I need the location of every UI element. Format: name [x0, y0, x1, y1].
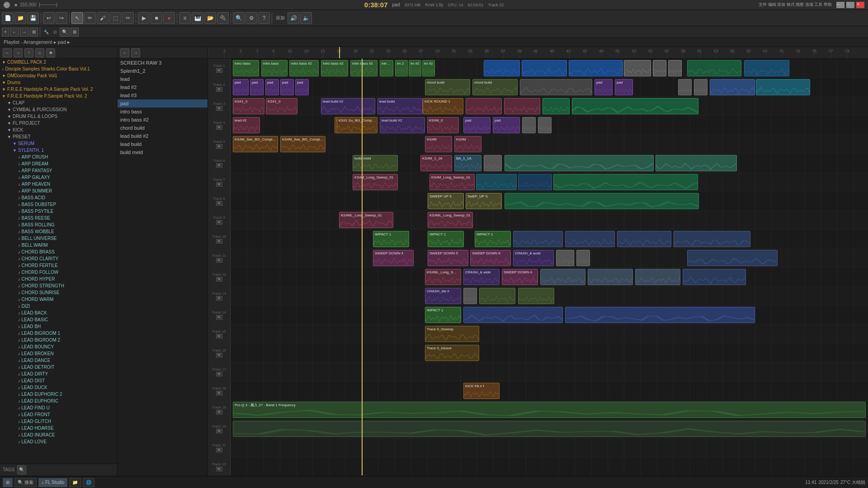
browser-item[interactable]: ♪CHORD STRENGTH: [0, 282, 117, 289]
clip-track-15-1[interactable]: Trace 0_0sweep: [425, 326, 479, 342]
track-name-item[interactable]: lead build #2: [118, 132, 208, 140]
browser-item[interactable]: ♪ARP GALAXY: [0, 174, 117, 181]
clip-track-7-2[interactable]: [476, 174, 517, 190]
help-button[interactable]: ?: [258, 12, 270, 24]
clip-track-3-6[interactable]: [504, 98, 540, 114]
clip-track-10-6[interactable]: [674, 231, 750, 247]
browser-item[interactable]: ♪BASS WOBBLE: [0, 228, 117, 235]
track-name-item[interactable]: SCREECH RAW 3: [118, 59, 208, 67]
browser-item[interactable]: ♪CHORD FOLLOW: [0, 269, 117, 276]
browser-item[interactable]: ♪ARP SUMMER: [0, 188, 117, 194]
clip-track-1-15[interactable]: [687, 60, 741, 76]
clip-track-3-3[interactable]: lead build: [377, 98, 423, 114]
clip-track-3-2[interactable]: lead build #2: [321, 98, 375, 114]
new-button[interactable]: 📄: [2, 12, 14, 24]
browser-item[interactable]: ♪Disciple Samples Sharks Color Bass Vol.…: [0, 66, 117, 72]
redo-button[interactable]: ↪: [56, 12, 67, 24]
clip-track-4-8[interactable]: [538, 117, 552, 133]
open-button[interactable]: 📁: [14, 12, 26, 24]
cursor-tool[interactable]: ↖: [71, 12, 83, 24]
clip-track-18-0[interactable]: KICK FA # f: [463, 383, 500, 399]
clip-track-12-3[interactable]: [540, 269, 585, 285]
browser-item[interactable]: ♪LEAD EUPHORIC: [0, 398, 117, 404]
mute-button-22[interactable]: M: [216, 467, 222, 471]
clip-track-10-1[interactable]: IMPACT 1: [428, 231, 464, 247]
zoom-button[interactable]: 🔍: [60, 28, 70, 37]
clip-track-2-8[interactable]: pad: [594, 79, 613, 95]
clip-track-1-5[interactable]: intro bass #2: [380, 60, 393, 76]
mute-button-1[interactable]: M: [216, 68, 222, 73]
track-name-item[interactable]: build meld: [118, 148, 208, 156]
clip-track-12-1[interactable]: CRASH_& wide: [463, 269, 500, 285]
clip-track-6-3[interactable]: [484, 155, 502, 171]
window-close[interactable]: ✕: [856, 2, 864, 8]
track-name-item[interactable]: pad: [118, 99, 208, 108]
mute-button-12[interactable]: M: [216, 277, 222, 282]
clip-track-3-0[interactable]: KS#1_0: [233, 98, 264, 114]
browser-home[interactable]: ⌂: [35, 48, 44, 57]
clip-track-1-1[interactable]: intro bass: [261, 60, 288, 76]
browser-content[interactable]: ▼COWBELL PACK 2♪Disciple Samples Sharks …: [0, 59, 117, 464]
track-name-item[interactable]: lead #2: [118, 83, 208, 91]
clip-track-13-3[interactable]: [518, 288, 554, 304]
clip-track-14-2[interactable]: [565, 307, 755, 323]
browser-item[interactable]: ♪ARP CRUSH: [0, 154, 117, 160]
browser-item[interactable]: ♪ARP FANTASY: [0, 167, 117, 174]
clip-track-1-9[interactable]: [484, 60, 520, 76]
browser-item[interactable]: ▼PRESET: [0, 133, 117, 140]
mute-button-15[interactable]: M: [216, 334, 222, 338]
browser-item[interactable]: ♪LEAD BASIC: [0, 316, 117, 323]
clip-track-1-2[interactable]: intro bass #2: [289, 60, 319, 76]
mute-button-13[interactable]: M: [216, 296, 222, 300]
browser-item[interactable]: ♪LEAD DETROIT: [0, 364, 117, 371]
mute-button-2[interactable]: M: [216, 87, 222, 92]
clip-track-13-1[interactable]: [463, 288, 477, 304]
clip-track-4-4[interactable]: KS#M_0: [427, 117, 459, 133]
browser-item[interactable]: ▼FL PROJECT: [0, 120, 117, 127]
browser-item[interactable]: ♪ARP HEAVEN: [0, 181, 117, 188]
clip-track-2-13[interactable]: [756, 79, 810, 95]
mute-button-5[interactable]: M: [216, 144, 222, 149]
nav-right-button[interactable]: →: [20, 28, 29, 37]
clip-track-20-0[interactable]: [233, 421, 866, 437]
mute-button-19[interactable]: M: [216, 410, 222, 414]
save-button[interactable]: 💾: [27, 12, 39, 24]
browser-item[interactable]: ♪LEAD BIGROOM 2: [0, 337, 117, 343]
browser-item[interactable]: ♪LEAD BACK: [0, 310, 117, 316]
browser-item[interactable]: ♪LEAD DANCE: [0, 357, 117, 364]
record-button[interactable]: ●: [163, 12, 175, 24]
clip-track-3-8[interactable]: [572, 98, 698, 114]
cut-tool[interactable]: ✂: [122, 12, 134, 24]
clip-track-3-5[interactable]: [466, 98, 502, 114]
clip-track-1-10[interactable]: [522, 60, 567, 76]
window-maximize[interactable]: □: [846, 2, 854, 8]
clip-track-1-7[interactable]: im #2: [409, 60, 421, 76]
clip-track-2-10[interactable]: [678, 79, 692, 95]
browser-item[interactable]: ♪LEAD DUCK: [0, 384, 117, 391]
search-box[interactable]: 🔍 搜索: [14, 478, 37, 487]
browser-item[interactable]: ▼Drums: [0, 79, 117, 86]
browser-back[interactable]: ←: [3, 48, 12, 57]
play-button[interactable]: ▶: [138, 12, 150, 24]
browser-item[interactable]: ♪LEAD GLITCH: [0, 418, 117, 425]
clip-track-6-1[interactable]: KS#M_1_JA: [420, 155, 452, 171]
clip-track-7-3[interactable]: [518, 174, 552, 190]
browser-up[interactable]: ↑: [24, 48, 33, 57]
clip-track-11-5[interactable]: [576, 250, 590, 266]
browser-item[interactable]: ♪LEAD BROKEN: [0, 350, 117, 357]
add-track-button[interactable]: +: [2, 28, 9, 37]
clip-track-7-4[interactable]: [553, 174, 698, 190]
clip-track-2-5[interactable]: chord build: [425, 79, 470, 95]
browser-item[interactable]: ▼F.R.E.E Hardstyle P.Sample Pack Vol. 2: [0, 93, 117, 99]
clip-track-3-7[interactable]: [542, 98, 570, 114]
clip-track-2-2[interactable]: pad: [265, 79, 279, 95]
mute-button-11[interactable]: M: [216, 258, 222, 263]
mute-button-16[interactable]: M: [216, 353, 222, 357]
clip-track-4-3[interactable]: lead build #2: [380, 117, 425, 133]
mute-button-17[interactable]: M: [216, 372, 222, 376]
browser-item[interactable]: ♪BASS DUBSTEP: [0, 201, 117, 208]
clip-track-6-4[interactable]: [505, 155, 654, 171]
track-list-left[interactable]: ←: [120, 48, 129, 57]
track-name-item[interactable]: lead #3: [118, 91, 208, 99]
clip-track-12-2[interactable]: SWEEP DOWN 4: [502, 269, 538, 285]
